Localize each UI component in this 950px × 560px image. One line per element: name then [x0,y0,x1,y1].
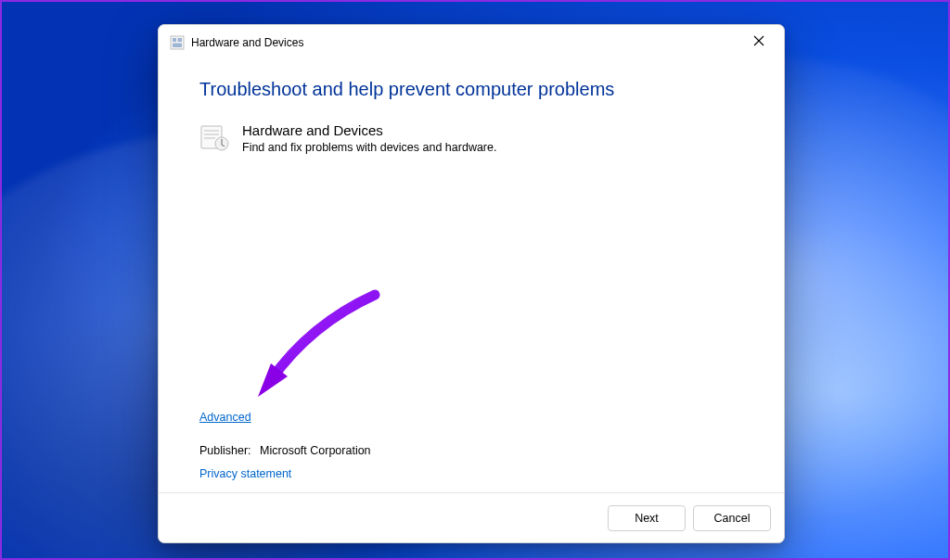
svg-rect-5 [204,130,219,132]
close-button[interactable] [738,26,780,56]
troubleshooter-title: Hardware and Devices [242,122,496,139]
main-heading: Troubleshoot and help prevent computer p… [199,79,743,100]
publisher-label: Publisher: [199,444,251,457]
troubleshooter-description: Find and fix problems with devices and h… [242,141,496,154]
cancel-button[interactable]: Cancel [693,505,771,531]
close-icon [753,35,764,46]
privacy-statement-link[interactable]: Privacy statement [199,467,291,480]
troubleshooter-icon [199,122,229,152]
publisher-value: Microsoft Corporation [260,444,371,457]
svg-rect-7 [204,137,215,139]
window-title: Hardware and Devices [191,36,303,49]
dialog-footer: Next Cancel [159,492,784,542]
publisher-row: Publisher: Microsoft Corporation [199,444,371,457]
titlebar: Hardware and Devices [159,25,784,60]
troubleshooter-dialog: Hardware and Devices Troubleshoot and he… [158,24,785,543]
svg-rect-1 [173,38,176,42]
lower-section: Advanced Publisher: Microsoft Corporatio… [199,408,371,481]
troubleshooter-row: Hardware and Devices Find and fix proble… [199,122,743,154]
troubleshooter-text: Hardware and Devices Find and fix proble… [242,122,496,154]
svg-rect-2 [178,38,183,42]
dialog-content: Troubleshoot and help prevent computer p… [159,60,784,492]
dialog-icon [170,35,185,50]
svg-rect-3 [173,44,182,48]
next-button[interactable]: Next [608,505,686,531]
svg-rect-6 [204,134,219,135]
advanced-link[interactable]: Advanced [199,411,251,424]
